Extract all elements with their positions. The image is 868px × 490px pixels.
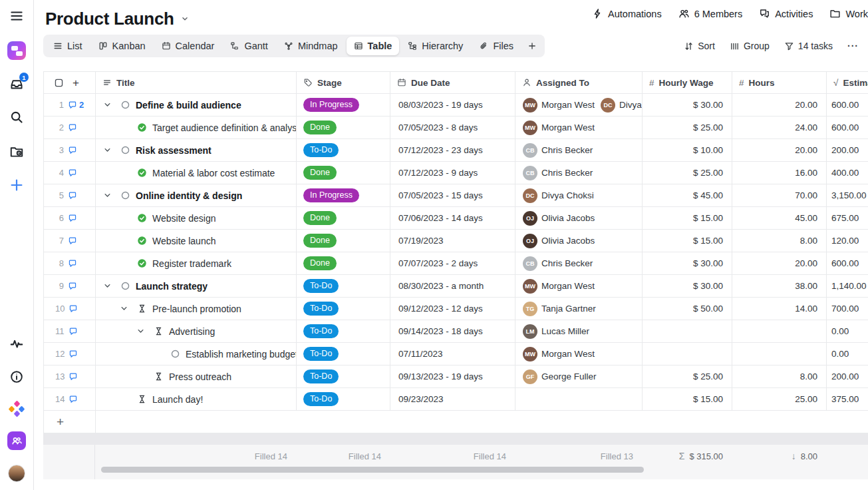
more-options-button[interactable]: ··· [847, 41, 859, 51]
hourly-wage-cell[interactable]: $ 15.00 [643, 388, 732, 411]
add-row-plus-icon[interactable]: + [57, 415, 64, 428]
footer-wage-sum[interactable]: Σ $ 315.00 [642, 445, 732, 467]
row-number-cell[interactable]: 2 [44, 117, 96, 139]
column-header-title[interactable]: Title [96, 71, 297, 94]
due-date-cell[interactable]: 08/30/2023 - a month [390, 275, 515, 298]
assignees-cell[interactable]: CBChris Becker [515, 162, 643, 184]
task-title-cell[interactable]: Define & build audience [96, 94, 297, 117]
comment-count[interactable] [68, 191, 79, 200]
column-header-hours[interactable]: # Hours [732, 71, 827, 94]
stage-cell[interactable]: In Progress [297, 184, 390, 207]
hourly-wage-cell[interactable]: $ 10.00 [643, 139, 732, 162]
app-logo[interactable] [7, 41, 26, 60]
task-title-cell[interactable]: Register trademark [96, 252, 297, 275]
row-number-cell[interactable]: 1 2 [44, 94, 96, 117]
members-button[interactable]: 6 Members [678, 8, 743, 19]
comment-count[interactable] [68, 123, 79, 132]
comment-count[interactable] [69, 395, 80, 404]
assignees-cell[interactable]: LMLucas Miller [515, 320, 643, 343]
column-header-assigned-to[interactable]: Assigned To [515, 71, 643, 94]
due-date-cell[interactable]: 07/11/2023 [390, 343, 515, 366]
task-title-cell[interactable]: Website launch [96, 230, 297, 252]
stage-cell[interactable]: Done [297, 252, 390, 275]
stage-cell[interactable]: In Progress [297, 94, 390, 117]
assignees-cell[interactable] [515, 388, 643, 411]
stage-cell[interactable]: To-Do [297, 275, 390, 298]
view-tab-files[interactable]: Files [472, 37, 521, 55]
row-number-cell[interactable]: 9 [44, 275, 96, 298]
hourly-wage-cell[interactable] [643, 343, 732, 366]
hourly-wage-cell[interactable]: $ 50.00 [643, 298, 732, 320]
assignees-cell[interactable]: CBChris Becker [515, 252, 643, 275]
assignees-cell[interactable]: OJOlivia Jacobs [515, 230, 643, 252]
stage-cell[interactable]: Done [297, 117, 390, 139]
due-date-cell[interactable]: 09/13/2023 - 19 days [390, 366, 515, 388]
row-number-cell[interactable]: 5 [44, 184, 96, 207]
hours-cell[interactable]: 38.00 [732, 275, 827, 298]
comment-count[interactable]: 2 [68, 100, 84, 110]
footer-hours-stat[interactable]: ↓ 8.00 [732, 445, 826, 467]
expand-chevron-icon[interactable] [102, 281, 113, 291]
expand-chevron-icon[interactable] [119, 304, 130, 314]
comment-count[interactable] [68, 168, 79, 178]
row-number-cell[interactable]: 6 [44, 207, 96, 230]
team-app-icon[interactable] [7, 431, 26, 450]
horizontal-scrollbar[interactable] [101, 467, 644, 473]
search-icon[interactable] [9, 109, 25, 125]
due-date-cell[interactable]: 07/05/2023 - 8 days [390, 117, 515, 139]
due-date-cell[interactable]: 07/12/2023 - 23 days [390, 139, 515, 162]
due-date-cell[interactable]: 08/03/2023 - 19 days [390, 94, 515, 117]
add-row[interactable]: + [44, 411, 868, 433]
comment-count[interactable] [69, 327, 80, 336]
row-number-cell[interactable]: 13 [44, 366, 96, 388]
title-chevron-down-icon[interactable] [180, 14, 190, 23]
hours-cell[interactable]: 25.00 [732, 388, 827, 411]
stage-cell[interactable]: To-Do [297, 320, 390, 343]
comment-count[interactable] [69, 304, 80, 314]
hourly-wage-cell[interactable]: $ 15.00 [643, 230, 732, 252]
hours-cell[interactable]: 16.00 [732, 162, 827, 184]
hours-cell[interactable]: 8.00 [732, 366, 827, 388]
column-header-estimate[interactable]: √ Estimate [827, 71, 868, 94]
view-tab-kanban[interactable]: Kanban [91, 37, 153, 55]
assignees-cell[interactable]: DCDivya Choksi [515, 184, 643, 207]
stage-cell[interactable]: To-Do [297, 139, 390, 162]
hours-cell[interactable]: 20.00 [732, 94, 827, 117]
assignees-cell[interactable]: TGTanja Gartner [515, 298, 643, 320]
row-number-cell[interactable]: 7 [44, 230, 96, 252]
row-number-cell[interactable]: 14 [44, 388, 96, 411]
due-date-cell[interactable]: 09/14/2023 - 18 days [390, 320, 515, 343]
view-tab-calendar[interactable]: Calendar [154, 37, 222, 55]
activity-pulse-icon[interactable] [9, 336, 25, 352]
task-title-cell[interactable]: Website design [96, 207, 297, 230]
due-date-cell[interactable]: 07/19/2023 [390, 230, 515, 252]
stage-cell[interactable]: To-Do [297, 298, 390, 320]
task-title-cell[interactable]: Target audience definition & analysis [96, 117, 297, 139]
row-number-cell[interactable]: 4 [44, 162, 96, 184]
row-number-cell[interactable]: 10 [44, 298, 96, 320]
task-title-cell[interactable]: Launch day! [96, 388, 297, 411]
task-title-cell[interactable]: Risk assessment [96, 139, 297, 162]
hourly-wage-cell[interactable]: $ 45.00 [643, 184, 732, 207]
comment-count[interactable] [68, 282, 79, 291]
hourly-wage-cell[interactable]: $ 30.00 [643, 94, 732, 117]
footer-due-summary[interactable]: Filled 14 [390, 445, 515, 467]
task-title-cell[interactable]: Pre-launch promotion [96, 298, 297, 320]
info-icon[interactable] [9, 369, 25, 385]
hourly-wage-cell[interactable]: $ 30.00 [643, 252, 732, 275]
hours-cell[interactable]: 20.00 [732, 252, 827, 275]
assignees-cell[interactable]: MWMorgan West [515, 117, 643, 139]
due-date-cell[interactable]: 07/06/2023 - 14 days [390, 207, 515, 230]
hourly-wage-cell[interactable]: $ 25.00 [643, 366, 732, 388]
due-date-cell[interactable]: 07/07/2023 - 2 days [390, 252, 515, 275]
comment-count[interactable] [69, 350, 80, 359]
task-title-cell[interactable]: Material & labor cost estimate [96, 162, 297, 184]
automations-button[interactable]: Automations [592, 8, 662, 19]
select-all-checkbox[interactable] [54, 78, 64, 88]
task-title-cell[interactable]: Online identity & design [96, 184, 297, 207]
expand-chevron-icon[interactable] [102, 145, 113, 155]
add-new-icon[interactable] [9, 177, 25, 193]
comment-count[interactable] [68, 236, 79, 246]
activities-button[interactable]: Activities [759, 8, 813, 19]
hours-cell[interactable]: 14.00 [732, 298, 827, 320]
